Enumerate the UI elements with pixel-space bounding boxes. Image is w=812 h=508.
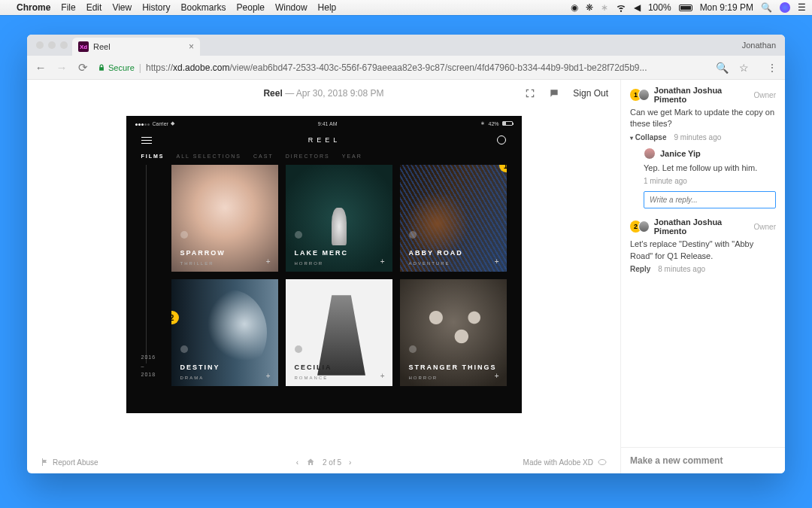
comments-icon[interactable] xyxy=(549,88,559,99)
film-tile[interactable]: CECILIAROMANCE+ xyxy=(286,279,392,386)
commenter-name: Janice Yip xyxy=(660,149,701,158)
doc-meta: — Apr 30, 2018 9:08 PM xyxy=(283,88,384,99)
bookmark-star-icon[interactable]: ☆ xyxy=(739,62,749,74)
comment-time: 9 minutes ago xyxy=(674,133,721,141)
nav-films[interactable]: FILMS xyxy=(141,154,165,159)
avatar xyxy=(638,89,650,101)
commenter-role: Owner xyxy=(754,223,776,231)
flag-icon xyxy=(41,458,50,467)
signout-link[interactable]: Sign Out xyxy=(573,88,608,99)
doc-title: Reel xyxy=(263,88,282,99)
comment-thread: 1 Jonathan Joshua Pimento Owner Can we g… xyxy=(630,86,776,208)
lock-icon xyxy=(98,64,105,71)
menu-bookmarks[interactable]: Bookmarks xyxy=(181,2,226,13)
macos-menubar: Chrome File Edit View History Bookmarks … xyxy=(0,0,812,15)
xd-favicon: Xd xyxy=(78,41,89,52)
secure-label: Secure xyxy=(108,63,135,72)
film-tile[interactable]: LAKE MERCHORROR+ xyxy=(286,165,392,272)
add-icon[interactable]: + xyxy=(380,257,385,266)
report-abuse-link[interactable]: Report Abuse xyxy=(53,458,98,467)
add-icon[interactable]: + xyxy=(495,372,499,380)
search-circle-icon[interactable] xyxy=(497,135,506,144)
main-panel: Reel — Apr 30, 2018 9:08 PM Sign Out Car… xyxy=(27,80,621,473)
comment-text: Yep. Let me follow up with him. xyxy=(644,163,776,174)
device-time: 9:41 AM xyxy=(318,121,338,126)
year-from: 2016 xyxy=(141,353,156,361)
xd-badge-icon xyxy=(598,458,607,467)
nav-cast[interactable]: CAST xyxy=(253,154,274,159)
url-text: https://xd.adobe.com/view/eab6bd47-2533-… xyxy=(146,62,647,73)
omnibox[interactable]: Secure | https://xd.adobe.com/view/eab6b… xyxy=(98,62,707,73)
nav-directors[interactable]: DIRECTORS xyxy=(286,154,330,159)
menu-window[interactable]: Window xyxy=(275,2,308,13)
battery-pct: 100% xyxy=(648,2,671,13)
window-controls[interactable] xyxy=(33,35,72,56)
back-button[interactable]: ← xyxy=(35,61,47,74)
tray-icon[interactable]: ◉ xyxy=(571,2,578,13)
svg-point-0 xyxy=(598,460,606,465)
add-icon[interactable]: + xyxy=(266,372,271,380)
tab-bar: Xd Reel × Jonathan xyxy=(27,35,785,56)
comment-time: 1 minute ago xyxy=(644,177,687,185)
carrier-label: Carrier xyxy=(153,121,168,126)
menu-help[interactable]: Help xyxy=(318,2,337,13)
wifi-icon[interactable] xyxy=(616,2,626,13)
film-tile[interactable]: ABBY ROADADVENTURE+ 1 xyxy=(400,165,507,272)
reload-button[interactable]: ⟳ xyxy=(77,61,89,75)
commenter-name: Jonathan Joshua Pimento xyxy=(654,86,750,104)
reply-input[interactable] xyxy=(644,191,776,208)
commenter-name: Jonathan Joshua Pimento xyxy=(654,217,750,236)
tab-close-icon[interactable]: × xyxy=(189,41,194,52)
menubar-clock[interactable]: Mon 9:19 PM xyxy=(700,2,753,13)
spotlight-icon[interactable]: 🔍 xyxy=(761,2,772,13)
collapse-button[interactable]: ▾ Collapse xyxy=(630,133,666,141)
new-comment-button[interactable]: Make a new comment xyxy=(621,447,785,473)
page-indicator: 2 of 5 xyxy=(323,458,341,467)
add-icon[interactable]: + xyxy=(266,257,271,266)
browser-tab[interactable]: Xd Reel × xyxy=(72,38,200,56)
comment-text: Let's replace "Destiny" with "Abby Road"… xyxy=(630,239,776,262)
fullscreen-icon[interactable] xyxy=(525,88,535,99)
film-tile[interactable]: STRANGER THINGSHORROR+ xyxy=(400,279,507,386)
app-brand: REEL xyxy=(308,136,341,144)
siri-icon[interactable] xyxy=(780,2,790,13)
main-footer: Report Abuse ‹ 2 of 5 › Made with Adobe … xyxy=(27,451,620,473)
menu-edit[interactable]: Edit xyxy=(86,2,102,13)
device-battery-pct: 42% xyxy=(488,121,498,126)
commenter-role: Owner xyxy=(754,91,776,99)
forward-button[interactable]: → xyxy=(56,61,68,74)
add-icon[interactable]: + xyxy=(495,257,499,266)
menu-view[interactable]: View xyxy=(112,2,132,13)
nav-all[interactable]: ALL SELECTIONS xyxy=(177,154,242,159)
made-with-label: Made with Adobe XD xyxy=(523,458,593,467)
category-nav: FILMS ALL SELECTIONS CAST DIRECTORS YEAR xyxy=(126,151,522,165)
hamburger-icon[interactable] xyxy=(141,137,152,144)
chrome-menu-icon[interactable]: ⋮ xyxy=(767,62,777,74)
bluetooth-small-icon: ∗ xyxy=(480,120,485,126)
add-icon[interactable]: + xyxy=(380,372,385,380)
reply-button[interactable]: Reply xyxy=(630,265,650,273)
chrome-profile[interactable]: Jonathan xyxy=(742,35,776,56)
volume-icon[interactable]: ◀ xyxy=(634,2,641,13)
film-tile[interactable]: SPARROWTHRILLER+ xyxy=(171,165,278,272)
comments-panel: 1 Jonathan Joshua Pimento Owner Can we g… xyxy=(621,80,785,473)
nav-year[interactable]: YEAR xyxy=(342,154,362,159)
bluetooth-icon[interactable]: ∗ xyxy=(601,2,608,13)
film-tile[interactable]: DESTINYDRAMA+ 2 xyxy=(171,279,278,386)
menu-history[interactable]: History xyxy=(142,2,170,13)
battery-icon[interactable] xyxy=(679,5,692,11)
comment-thread: 2 Jonathan Joshua Pimento Owner Let's re… xyxy=(630,217,776,273)
notification-center-icon[interactable]: ☰ xyxy=(798,2,806,13)
year-to: 2018 xyxy=(141,370,156,379)
menu-file[interactable]: File xyxy=(61,2,75,13)
home-icon[interactable] xyxy=(306,458,315,467)
avatar xyxy=(644,148,656,160)
prev-page-button[interactable]: ‹ xyxy=(296,458,298,467)
next-page-button[interactable]: › xyxy=(349,458,351,467)
caret-down-icon: ▾ xyxy=(630,135,633,141)
menubar-app[interactable]: Chrome xyxy=(17,2,50,13)
secure-badge: Secure xyxy=(98,63,135,72)
menu-people[interactable]: People xyxy=(237,2,265,13)
evernote-icon[interactable]: ❋ xyxy=(586,2,593,13)
zoom-icon[interactable]: 🔍 xyxy=(716,62,729,74)
